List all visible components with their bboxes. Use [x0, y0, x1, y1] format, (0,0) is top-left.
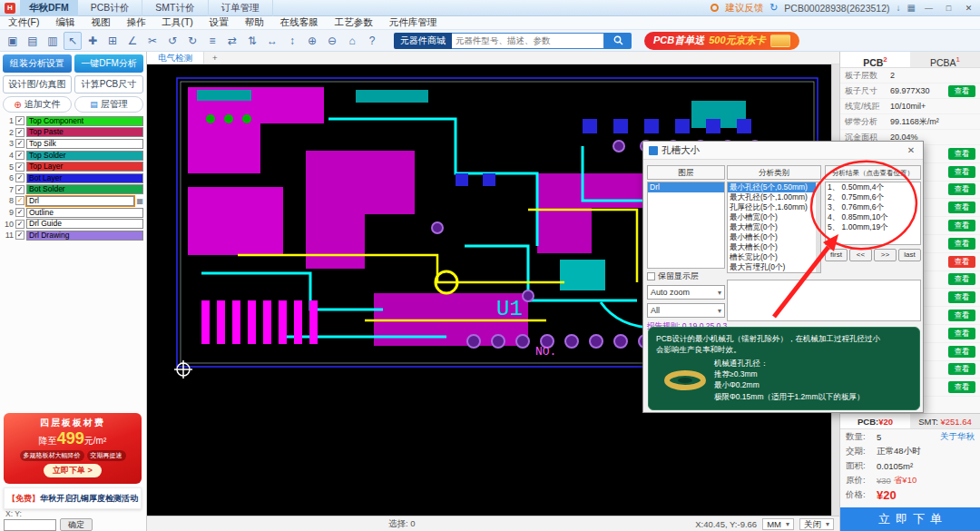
category-list-item[interactable]: 最小孔径(5个,0.50mm): [728, 182, 820, 192]
layer-row[interactable]: 2 Top Paste: [3, 127, 143, 139]
append-file-button[interactable]: ⊕追加文件: [3, 96, 72, 113]
toolbar-icon[interactable]: ?: [363, 32, 381, 50]
category-list-item[interactable]: 槽长宽比(0个): [728, 252, 820, 262]
layer-visibility-checkbox[interactable]: [15, 139, 24, 148]
promo-banner[interactable]: PCB首单送 500元京东卡: [644, 32, 799, 50]
menu-item[interactable]: 在线客服: [272, 16, 327, 29]
assembly-analysis-settings-button[interactable]: 组装分析设置: [3, 54, 72, 73]
result-list-item[interactable]: 1、 0.50mm,4个: [826, 182, 920, 192]
layer-visibility-checkbox[interactable]: [15, 208, 24, 217]
layer-row[interactable]: 8 Drl: [3, 195, 143, 207]
result-list-item[interactable]: 4、 0.85mm,10个: [826, 212, 920, 222]
layer-row[interactable]: 6 Bot Layer: [3, 172, 143, 184]
layer-row[interactable]: 3 Top Silk: [3, 138, 143, 150]
toolbar-icon[interactable]: ▥: [44, 32, 62, 50]
category-list-item[interactable]: 最小槽长(0个): [728, 232, 820, 242]
place-order-button[interactable]: 立即下单: [840, 507, 980, 531]
category-list-item[interactable]: 最大槽宽(0个): [728, 222, 820, 232]
category-list-item[interactable]: 最大槽长(0个): [728, 242, 820, 252]
menu-item[interactable]: 编辑: [47, 16, 83, 29]
refresh-icon[interactable]: ↻: [769, 2, 778, 14]
layer-list-item[interactable]: Drl: [648, 182, 724, 192]
search-button[interactable]: [604, 33, 632, 49]
unit-dropdown[interactable]: MM: [762, 518, 794, 530]
menu-item[interactable]: 操作: [118, 16, 153, 29]
layer-visibility-checkbox[interactable]: [15, 162, 24, 172]
toolbar-icon[interactable]: ⊕: [303, 32, 321, 50]
close-button[interactable]: ✕: [962, 4, 975, 13]
category-list-item[interactable]: 最大盲埋孔(0个): [728, 262, 820, 272]
view-button[interactable]: 查看: [948, 202, 975, 213]
pager-button[interactable]: last: [898, 249, 921, 261]
toolbar-icon[interactable]: ▤: [24, 32, 42, 50]
toolbar-icon[interactable]: ↔: [263, 32, 281, 50]
titlebar-nav-tab[interactable]: SMT计价: [142, 0, 208, 16]
view-button[interactable]: 查看: [948, 220, 975, 231]
titlebar-nav-tab[interactable]: 订单管理: [209, 0, 273, 16]
menu-item[interactable]: 设置: [201, 16, 237, 29]
zoom-mode-dropdown[interactable]: Auto zoom: [647, 285, 725, 300]
layer-visibility-checkbox[interactable]: [15, 231, 24, 240]
menu-item[interactable]: 元件库管理: [381, 16, 446, 29]
view-button[interactable]: 查看: [948, 256, 975, 268]
toolbar-icon[interactable]: ✚: [83, 32, 102, 50]
panel-layout-icon[interactable]: ▦: [907, 3, 916, 13]
tab-pcba[interactable]: PCBA1: [910, 52, 980, 67]
layer-visibility-checkbox[interactable]: [15, 128, 24, 137]
view-button[interactable]: 查看: [948, 183, 975, 195]
calc-pcb-size-button[interactable]: 计算PCB尺寸: [74, 75, 143, 93]
minimize-button[interactable]: —: [922, 4, 936, 13]
download-icon[interactable]: ↓: [897, 3, 901, 13]
filter-dropdown[interactable]: All: [647, 303, 725, 318]
quantity-value[interactable]: 5: [877, 432, 881, 442]
layer-visibility-checkbox[interactable]: [15, 220, 24, 229]
view-button[interactable]: 查看: [948, 381, 975, 393]
pager-button[interactable]: <<: [849, 249, 872, 261]
layer-row[interactable]: 10 Drl Guide: [3, 218, 143, 230]
result-list-item[interactable]: 5、 1.00mm,19个: [826, 222, 920, 232]
toolbar-icon[interactable]: ↖: [64, 32, 82, 50]
ad-order-now-button[interactable]: 立即下单 >: [44, 464, 102, 477]
category-list-item[interactable]: 最大孔径(5个,1.00mm): [728, 192, 820, 202]
titlebar-nav-tab[interactable]: PCB计价: [78, 0, 143, 16]
toolbar-icon[interactable]: ≡: [203, 32, 221, 50]
view-button[interactable]: 查看: [948, 273, 975, 285]
toolbar-icon[interactable]: ▣: [4, 32, 22, 50]
view-button[interactable]: 查看: [948, 166, 975, 178]
view-button[interactable]: 查看: [948, 291, 975, 303]
toolbar-icon[interactable]: ↻: [183, 32, 201, 50]
view-button[interactable]: 查看: [948, 363, 975, 375]
tab-pcb-price[interactable]: PCB:¥20: [840, 414, 910, 428]
promo-ad-card[interactable]: 四层板板材费 降至499元/m² 多规格板材大幅降价 交期再提速 立即下单 >: [4, 413, 142, 484]
menu-item[interactable]: 文件(F): [0, 16, 47, 29]
tab-huaqiu-dfm[interactable]: 华秋DFM: [20, 0, 78, 16]
view-button[interactable]: 查看: [948, 328, 975, 339]
layer-visibility-checkbox[interactable]: [15, 185, 24, 194]
confirm-button[interactable]: 确定: [60, 518, 93, 531]
tab-electrical-check[interactable]: 电气检测: [147, 52, 204, 64]
dialog-close-button[interactable]: ✕: [905, 145, 917, 155]
layer-row[interactable]: 11 Drl Drawing: [3, 230, 143, 241]
toolbar-icon[interactable]: ⊞: [103, 32, 122, 50]
layer-visibility-checkbox[interactable]: [15, 151, 24, 160]
view-button[interactable]: 查看: [948, 148, 975, 160]
maximize-button[interactable]: □: [942, 4, 956, 13]
pager-button[interactable]: first: [825, 249, 848, 261]
toolbar-icon[interactable]: ⇅: [243, 32, 261, 50]
layer-row[interactable]: 5 Top Layer: [3, 161, 143, 172]
layer-row[interactable]: 7 Bot Solder: [3, 184, 143, 196]
layer-visibility-checkbox[interactable]: [15, 116, 24, 125]
result-list-item[interactable]: 3、 0.76mm,6个: [826, 202, 920, 212]
coordinate-input[interactable]: [4, 519, 56, 531]
layer-row[interactable]: 1 Top Component: [3, 115, 143, 127]
toolbar-icon[interactable]: ⇄: [223, 32, 241, 50]
view-button[interactable]: 查看: [948, 238, 975, 250]
view-button[interactable]: 查看: [948, 85, 975, 97]
menu-item[interactable]: 工艺参数: [327, 16, 381, 29]
keep-layer-checkbox[interactable]: [647, 272, 655, 280]
layer-row[interactable]: 4 Top Solder: [3, 150, 143, 162]
activity-notice[interactable]: 【免费】华秋开启孔铜厚度检测活动: [4, 487, 142, 509]
layer-manage-button[interactable]: ▤层管理: [74, 96, 143, 113]
add-tab-button[interactable]: +: [204, 52, 226, 64]
snap-dropdown[interactable]: 关闭: [799, 518, 834, 530]
